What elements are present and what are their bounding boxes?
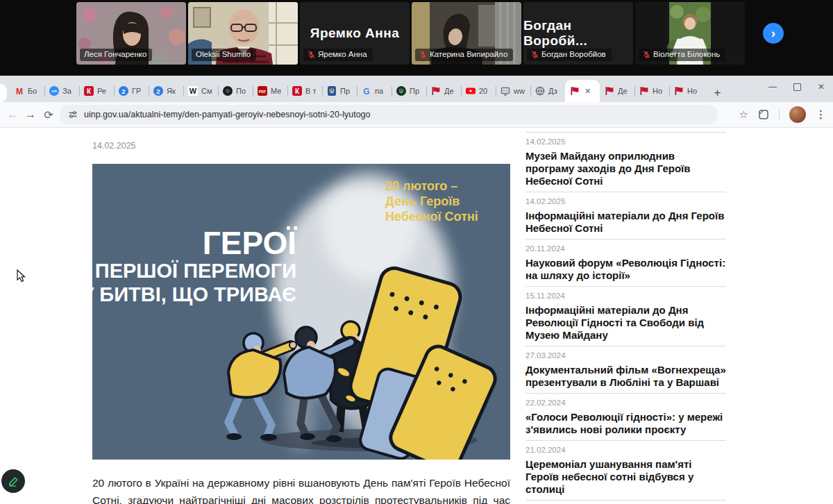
- annotation-tool-button[interactable]: [1, 469, 25, 493]
- news-item-date: 22.02.2024: [525, 398, 726, 407]
- participant-name-label: Oleksii Shumilo: [192, 49, 256, 62]
- blue2-tab-icon: 2: [153, 86, 163, 96]
- window-minimize-button[interactable]: —: [768, 82, 777, 92]
- participant-name-label: Богдан Воробйов: [527, 49, 612, 62]
- news-item-title[interactable]: Інформаційні матеріали до Дня Героїв Неб…: [525, 210, 726, 235]
- site-settings-icon[interactable]: [68, 110, 78, 119]
- browser-tab[interactable]: КВ т: [287, 80, 322, 102]
- bookmark-star-icon[interactable]: ☆: [739, 108, 748, 121]
- browser-tab[interactable]: Gпа: [357, 80, 392, 102]
- flag-tab-icon: [605, 86, 614, 96]
- sidebar-top-divider: [525, 127, 726, 133]
- back-icon[interactable]: ←: [4, 106, 21, 123]
- menu-icon[interactable]: ⋮: [816, 108, 826, 121]
- browser-tab[interactable]: Де: [426, 80, 461, 102]
- browser-tab[interactable]: ww: [496, 80, 530, 102]
- window-controls: — ✕: [768, 78, 825, 95]
- browser-tab[interactable]: 2ГР: [114, 80, 149, 102]
- next-participants-button[interactable]: ›: [763, 23, 784, 44]
- flag-tab-icon: [570, 86, 580, 96]
- news-list-item[interactable]: 14.02.2025Музей Майдану оприлюднив прогр…: [525, 133, 726, 192]
- extensions-icon[interactable]: [758, 109, 769, 120]
- poster-title-line: ГЕРОЇ: [203, 225, 298, 261]
- poster-title-line: У БИТВІ, ЩО ТРИВАЄ: [92, 283, 296, 305]
- browser-tab-active[interactable]: ✕: [565, 80, 600, 102]
- browser-tab[interactable]: Но: [669, 80, 704, 102]
- window-restore-button[interactable]: [793, 83, 801, 91]
- news-item-title[interactable]: Документальний фільм «Вогнехреща» презен…: [525, 364, 726, 389]
- participant-tile[interactable]: Богдан Воробй... Богдан Воробйов: [523, 2, 633, 65]
- forward-icon[interactable]: →: [22, 106, 39, 123]
- google-tab-icon: G: [362, 86, 371, 96]
- svg-text:К: К: [295, 87, 300, 95]
- shieldblue-tab-icon: [327, 86, 337, 96]
- toolbar-divider: [779, 109, 780, 120]
- globe-tab-icon: [535, 86, 545, 96]
- browser-tab[interactable]: PDFМе: [253, 80, 287, 102]
- article-poster-image: 20 лютого – День Героїв Небесної Сотні Г…: [92, 164, 510, 460]
- participant-name-label: Віолетта Білоконь: [639, 49, 725, 62]
- muted-mic-icon: [643, 51, 650, 58]
- muted-mic-icon: [531, 51, 539, 58]
- blue2-tab-icon: 2: [119, 86, 128, 96]
- participant-tile[interactable]: Oleksii Shumilo: [188, 2, 298, 65]
- kred-tab-icon: К: [292, 86, 302, 96]
- svg-text:W: W: [190, 87, 197, 95]
- article-main-column: 14.02.2025: [92, 127, 510, 504]
- chevron-right-icon: ›: [771, 26, 775, 41]
- news-list-item[interactable]: 27.03.2024Документальний фільм «Вогнехре…: [525, 346, 726, 394]
- svg-text:M: M: [16, 87, 23, 96]
- svg-text:2: 2: [156, 87, 160, 95]
- browser-tab[interactable]: Дз: [530, 80, 565, 102]
- news-list-item[interactable]: 22.02.2024«Голоси Революції гідності»: у…: [525, 394, 726, 441]
- news-item-title[interactable]: Інформаційні матеріали до Дня Революції …: [525, 304, 726, 342]
- browser-tab[interactable]: Но: [634, 80, 669, 102]
- url-bar[interactable]: uinp.gov.ua/aktualni-temy/den-pamyati-ge…: [60, 105, 718, 124]
- news-item-title[interactable]: Музей Майдану оприлюднив програму заході…: [525, 150, 726, 187]
- flag-tab-icon: [431, 86, 441, 96]
- browser-tab[interactable]: WСм: [183, 80, 218, 102]
- browser-tab[interactable]: 20: [461, 80, 496, 102]
- browser-tab[interactable]: zmЗа: [44, 80, 79, 102]
- news-item-date: 20.11.2024: [525, 244, 726, 253]
- browser-tab[interactable]: Пр: [322, 80, 357, 102]
- news-list-item[interactable]: 14.02.2025Інформаційні матеріали до Дня …: [525, 192, 726, 240]
- poster-corner-line: День Героїв: [385, 194, 460, 208]
- participant-tile[interactable]: Віолетта Білоконь: [635, 2, 745, 65]
- tab-close-icon[interactable]: ✕: [584, 87, 591, 96]
- news-list-item[interactable]: 15.11.2024Інформаційні матеріали до Дня …: [525, 287, 726, 346]
- browser-tab[interactable]: По: [218, 80, 253, 102]
- news-list-item[interactable]: 21.02.2024Церемоніал ушанування пам'яті …: [525, 441, 726, 501]
- browser-tab[interactable]: 2Як: [149, 80, 183, 102]
- news-item-title[interactable]: Церемоніал ушанування пам'яті Героїв неб…: [525, 458, 726, 496]
- article-date: 14.02.2025: [92, 141, 510, 151]
- browser-tab[interactable]: MБо: [10, 80, 44, 102]
- url-text[interactable]: uinp.gov.ua/aktualni-temy/den-pamyati-ge…: [84, 110, 371, 119]
- flag-tab-icon: [639, 86, 649, 96]
- new-tab-button[interactable]: +: [708, 83, 727, 102]
- kred-tab-icon: К: [84, 86, 94, 96]
- tab-strip-left-bump: [0, 84, 7, 102]
- youtube-tab-icon: [466, 86, 476, 96]
- browser-tab[interactable]: Де: [600, 80, 634, 102]
- news-item-title[interactable]: Науковий форум «Революція Гідності: на ш…: [525, 257, 726, 282]
- browser-tab[interactable]: КРе: [79, 80, 114, 102]
- browser-tab[interactable]: Пр: [392, 80, 426, 102]
- news-list-item[interactable]: 19.02.2024Виставка «Київ 2014. Поверненн…: [525, 501, 726, 504]
- svg-text:PDF: PDF: [259, 90, 266, 94]
- news-item-date: 27.03.2024: [525, 351, 726, 360]
- news-item-date: 14.02.2025: [525, 137, 726, 146]
- news-list-item[interactable]: 20.11.2024Науковий форум «Революція Гідн…: [525, 240, 726, 287]
- news-item-title[interactable]: «Голоси Революції гідності»: у мережі з'…: [525, 411, 726, 436]
- window-close-button[interactable]: ✕: [818, 82, 825, 92]
- pdf-tab-icon: PDF: [258, 86, 267, 96]
- participant-tile[interactable]: Катерина Випирайло: [412, 2, 521, 65]
- muted-mic-icon: [308, 51, 315, 58]
- participant-tile[interactable]: Яремко Анна Яремко Анна: [300, 2, 410, 65]
- news-sidebar: 14.02.2025Музей Майдану оприлюднив прогр…: [525, 127, 726, 504]
- reload-icon[interactable]: ⟳: [40, 106, 57, 123]
- mouse-cursor: [17, 269, 26, 283]
- profile-avatar[interactable]: [789, 106, 806, 123]
- participant-tile[interactable]: Леся Гончаренко: [76, 2, 186, 65]
- wiki-tab-icon: W: [188, 86, 198, 96]
